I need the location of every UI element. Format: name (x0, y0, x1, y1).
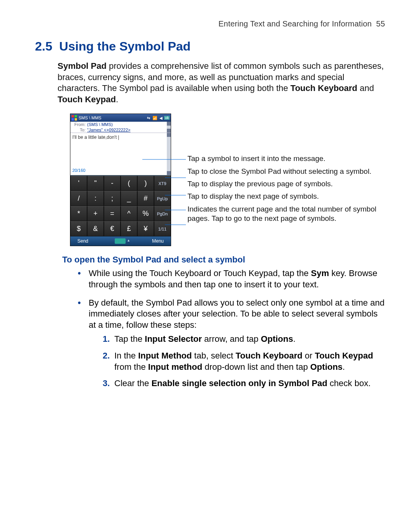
t: tab, select (192, 351, 236, 360)
sym-key: _ (121, 191, 137, 206)
section-heading: 2.5 Using the Symbol Pad (35, 39, 385, 54)
menu-softkey: Menu (152, 238, 164, 244)
char-count: 20/160 (72, 168, 86, 173)
sym-key: + (87, 206, 104, 221)
section-title: Using the Symbol Pad (59, 39, 191, 53)
t: Clear the (114, 378, 151, 388)
sym-key: ^ (121, 206, 137, 221)
bullet1-pre: While using the Touch Keyboard or Touch … (89, 268, 311, 278)
phone-screenshot: SMS \ MMS ⇆ 📶 ◀ ok From: (SMS \ MMS) To:… (70, 114, 171, 246)
section-number: 2.5 (35, 39, 52, 53)
intro-bold-3: Touch Keypad (58, 94, 116, 104)
intro-mid: and (357, 83, 374, 93)
step-item: Tap the Input Selector arrow, and tap Op… (103, 334, 385, 345)
sym-key: ; (104, 191, 121, 206)
callout-prev-page: Tap to display the previous page of symb… (187, 179, 385, 189)
windows-start-icon (72, 115, 77, 121)
t: Touch Keyboard (236, 351, 303, 360)
step-item: Clear the Enable single selection only i… (103, 378, 385, 389)
from-value: (SMS \ MMS) (87, 122, 113, 127)
to-value: "James" <+09222222> (87, 128, 130, 132)
sym-key: ¥ (137, 221, 154, 236)
bullet1-bold: Sym (311, 268, 329, 278)
t: . (343, 362, 345, 372)
sync-icon: ⇆ (147, 116, 150, 120)
t: Tap the (114, 334, 145, 344)
callouts: Tap a symbol to insert it into the messa… (171, 114, 385, 226)
keyboard-toggle-icon (115, 238, 126, 244)
compose-text: I'll be a little late,don't | (70, 133, 171, 142)
t: check box. (327, 378, 371, 388)
callout-page-indicator: Indicates the current page and the total… (187, 205, 385, 224)
callout-next-page: Tap to display the next page of symbols. (187, 192, 385, 201)
send-softkey: Send (77, 238, 88, 244)
to-label: To: (72, 128, 86, 132)
bullet2-text: By default, the Symbol Pad allows you to… (89, 298, 385, 330)
sym-key: ) (137, 176, 154, 191)
phone-softkey-bar: Send Menu (70, 236, 171, 246)
phone-app-title: SMS \ MMS (79, 115, 102, 120)
sym-key: ( (121, 176, 137, 191)
t: . (293, 334, 296, 344)
sym-key: # (137, 191, 154, 206)
header-scrollbar (167, 122, 171, 133)
sym-key: / (70, 191, 87, 206)
subheading: To open the Symbol Pad and select a symb… (62, 255, 385, 265)
t: from the (114, 362, 148, 372)
t: Input Selector (145, 334, 202, 344)
t: Touch Keypad (315, 351, 373, 360)
volume-icon: ◀ (159, 116, 163, 120)
phone-titlebar: SMS \ MMS ⇆ 📶 ◀ ok (70, 114, 171, 122)
page-indicator-key: 1/11 (154, 221, 171, 236)
signal-icon: 📶 (152, 116, 157, 120)
t: Enable single selection only in Symbol P… (151, 378, 327, 388)
pgup-key: PgUp (154, 191, 171, 206)
t: arrow, and tap (202, 334, 261, 344)
sym-key: = (104, 206, 121, 221)
page-header: Entering Text and Searching for Informat… (35, 19, 385, 28)
t: or (303, 351, 315, 360)
figure: SMS \ MMS ⇆ 📶 ◀ ok From: (SMS \ MMS) To:… (70, 114, 385, 246)
callout-insert-symbol: Tap a symbol to insert it into the messa… (187, 154, 385, 163)
bullet-item: While using the Touch Keyboard or Touch … (78, 268, 385, 290)
sym-key: ' (70, 176, 87, 191)
t: Options (310, 362, 343, 372)
sym-key: & (87, 221, 104, 236)
intro-paragraph: Symbol Pad provides a comprehensive list… (58, 61, 385, 105)
compose-area: I'll be a little late,don't | 20/160 (70, 133, 171, 175)
sym-key: £ (121, 221, 137, 236)
t: Options (261, 334, 293, 344)
pgdn-key: PgDn (154, 206, 171, 221)
page-number: 55 (376, 19, 385, 28)
t: Input method (148, 362, 202, 372)
compose-scrollbar (167, 133, 171, 175)
steps-list: Tap the Input Selector arrow, and tap Op… (103, 334, 385, 389)
intro-lead-bold: Symbol Pad (58, 61, 107, 71)
intro-tail: . (116, 94, 118, 104)
message-header: From: (SMS \ MMS) To: "James" <+09222222… (70, 122, 171, 133)
t: Input Method (138, 351, 192, 360)
sym-key: : (87, 191, 104, 206)
bullet-list: While using the Touch Keyboard or Touch … (78, 268, 385, 389)
xt9-key: XT9 (154, 176, 171, 191)
sym-key: " (87, 176, 104, 191)
t: drop-down list and then tap (202, 362, 310, 372)
sym-key: - (104, 176, 121, 191)
chapter-title: Entering Text and Searching for Informat… (219, 19, 372, 28)
t: In the (114, 351, 138, 360)
from-label: From: (72, 122, 86, 127)
sym-key: $ (70, 221, 87, 236)
bullet-item: By default, the Symbol Pad allows you to… (78, 297, 385, 389)
intro-bold-2: Touch Keyboard (290, 83, 357, 93)
callout-close-pad: Tap to close the Symbol Pad without sele… (187, 167, 385, 176)
step-item: In the Input Method tab, select Touch Ke… (103, 350, 385, 373)
sym-key: % (137, 206, 154, 221)
phone-ok-button: ok (164, 116, 170, 120)
sym-key: * (70, 206, 87, 221)
sym-key: € (104, 221, 121, 236)
symbol-pad: ' " - ( ) XT9 / : ; _ # PgUp * + (70, 175, 171, 236)
phone-status-icons: ⇆ 📶 ◀ (146, 115, 163, 120)
